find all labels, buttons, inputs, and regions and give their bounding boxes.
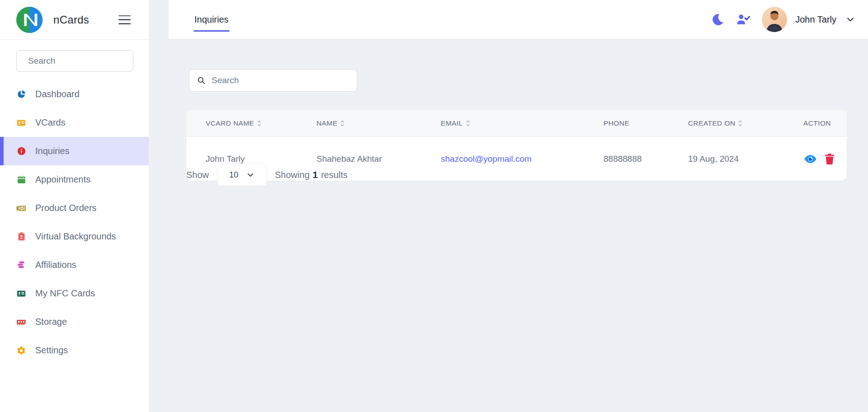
sidebar-item-storage[interactable]: Storage: [0, 308, 149, 336]
cell-actions: [803, 152, 838, 166]
sidebar-item-label: Settings: [35, 345, 68, 356]
sidebar-item-label: VCards: [35, 117, 66, 128]
user-name[interactable]: John Tarly: [795, 14, 836, 25]
main-content: VCARD NAME NAME EMAIL PHONE CREATED ON A…: [149, 39, 868, 412]
sidebar-item-dashboard[interactable]: Dashboard: [0, 80, 149, 108]
sidebar-item-label: Storage: [35, 317, 67, 327]
sort-icon: [466, 120, 470, 127]
sidebar-item-inquiries[interactable]: Inquiries: [0, 137, 149, 165]
table-search-input[interactable]: [212, 75, 349, 85]
sidebar-item-vcards[interactable]: VCards: [0, 108, 149, 137]
sidebar-item-label: Appointments: [35, 174, 90, 185]
tab-inquiries[interactable]: Inquiries: [193, 12, 230, 28]
sort-icon: [257, 120, 261, 127]
calendar-icon: [16, 175, 26, 185]
hamburger-menu-icon[interactable]: [118, 15, 131, 24]
chevron-down-icon: [246, 171, 255, 179]
impersonate-button[interactable]: [736, 12, 751, 27]
column-header-created-on[interactable]: CREATED ON: [688, 119, 803, 127]
cell-name: Shahebaz Akhtar: [316, 154, 441, 164]
moon-icon: [711, 13, 725, 26]
badge-icon: [16, 232, 26, 242]
sidebar-item-settings[interactable]: Settings: [0, 336, 149, 365]
topbar-right-cluster: John Tarly: [710, 7, 868, 32]
sidebar: nCards Dashboard: [0, 0, 149, 412]
sidebar-item-label: Virtual Backgrounds: [35, 231, 116, 242]
page-size-select[interactable]: 10: [217, 164, 267, 186]
ncards-logo-icon: [15, 6, 43, 34]
show-label: Show: [186, 170, 209, 180]
sidebar-item-label: Inquiries: [35, 146, 70, 156]
table-header-row: VCARD NAME NAME EMAIL PHONE CREATED ON A…: [186, 110, 847, 137]
gear-icon: [16, 346, 26, 356]
sidebar-item-label: Dashboard: [35, 89, 80, 99]
cell-phone: 88888888: [604, 154, 688, 164]
sidebar-item-affiliations[interactable]: Affiliations: [0, 251, 149, 279]
sidebar-item-label: Affiliations: [35, 260, 76, 270]
column-header-vcard-name[interactable]: VCARD NAME: [206, 119, 316, 127]
sidebar-header: nCards: [0, 0, 149, 40]
ram-icon: [16, 317, 26, 327]
cell-created-on: 19 Aug, 2024: [688, 154, 803, 164]
column-header-action: ACTION: [803, 119, 838, 127]
info-circle-icon: [16, 146, 26, 156]
sidebar-item-virtual-backgrounds[interactable]: Virtual Backgrounds: [0, 222, 149, 251]
sidebar-item-appointments[interactable]: Appointments: [0, 165, 149, 194]
delete-trash-icon: [824, 153, 835, 165]
cell-email-link[interactable]: shazcool@yopmail.com: [441, 154, 532, 164]
cell-vcard-name: John Tarly: [206, 154, 316, 164]
sidebar-item-my-nfc-cards[interactable]: My NFC Cards: [0, 279, 149, 308]
result-count: 1: [313, 170, 318, 180]
delete-button[interactable]: [823, 152, 836, 166]
search-icon: [197, 76, 206, 85]
sidebar-search[interactable]: [16, 50, 133, 72]
topbar: Inquiries: [169, 0, 868, 39]
table-search[interactable]: [189, 69, 357, 92]
dark-mode-toggle[interactable]: [710, 12, 726, 27]
sort-icon: [738, 120, 742, 127]
coins-icon: [16, 260, 26, 270]
money-icon: [16, 203, 26, 213]
sidebar-search-input[interactable]: [28, 56, 139, 66]
user-menu-toggle[interactable]: [843, 12, 858, 27]
sidebar-item-label: Product Orders: [35, 203, 97, 213]
results-summary: Showing 1 results: [275, 170, 348, 180]
chevron-down-icon: [846, 15, 855, 24]
column-header-name[interactable]: NAME: [316, 119, 441, 127]
avatar[interactable]: [762, 7, 787, 32]
pie-chart-icon: [16, 89, 26, 99]
sidebar-menu: Dashboard VCards: [0, 80, 149, 365]
view-button[interactable]: [803, 152, 817, 166]
view-eye-icon: [804, 154, 817, 164]
id-card-icon: [16, 118, 26, 128]
pagination-bar: Show 10 Showing 1 results: [186, 164, 348, 186]
column-header-phone: PHONE: [604, 119, 688, 127]
sidebar-item-label: My NFC Cards: [35, 288, 95, 299]
brand-name: nCards: [53, 14, 89, 26]
user-check-icon: [736, 13, 750, 26]
nfc-card-icon: [16, 289, 26, 299]
sort-icon: [340, 120, 344, 127]
page-size-value: 10: [229, 170, 238, 180]
sidebar-item-product-orders[interactable]: Product Orders: [0, 194, 149, 222]
column-header-email[interactable]: EMAIL: [441, 119, 604, 127]
